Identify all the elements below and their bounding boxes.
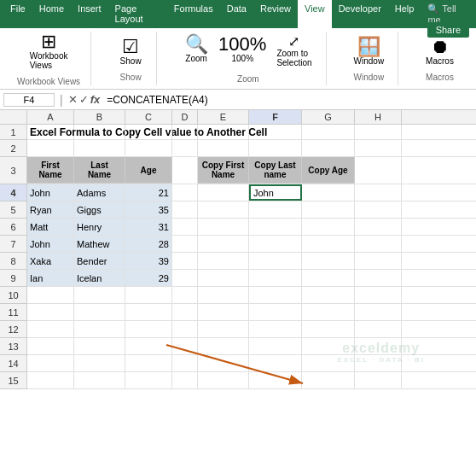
zoom-button[interactable]: 🔍 Zoom	[181, 33, 212, 69]
cell-c10[interactable]	[125, 287, 172, 303]
cell-b9[interactable]: Icelan	[74, 270, 125, 286]
tab-formulas[interactable]: Formulas	[167, 0, 220, 28]
cell-e4[interactable]	[198, 184, 249, 201]
tab-review[interactable]: Review	[253, 0, 298, 28]
tab-pagelayout[interactable]: Page Layout	[108, 0, 167, 28]
row-num-2[interactable]: 2	[0, 140, 26, 157]
col-header-f[interactable]: F	[249, 110, 302, 124]
cell-d5[interactable]	[172, 201, 198, 218]
cell-h9[interactable]	[355, 270, 402, 286]
cell-h2[interactable]	[355, 140, 402, 156]
cell-c4[interactable]: 21	[125, 184, 172, 201]
cell-g6[interactable]	[302, 219, 355, 235]
cell-reference-box[interactable]	[3, 93, 55, 107]
row-num-1[interactable]: 1	[0, 125, 26, 140]
tab-help[interactable]: Help	[388, 0, 421, 28]
cell-b7[interactable]: Mathew	[74, 236, 125, 252]
cell-e3-copy-header[interactable]: Copy First Name	[198, 157, 249, 184]
row-num-7[interactable]: 7	[0, 236, 26, 253]
cell-d4[interactable]	[172, 184, 198, 201]
row-num-6[interactable]: 6	[0, 219, 26, 236]
cell-f6[interactable]	[249, 219, 302, 235]
cell-g2[interactable]	[302, 140, 355, 156]
row-num-12[interactable]: 12	[0, 321, 26, 338]
insert-function-icon[interactable]: fx	[90, 93, 101, 106]
cell-b1[interactable]	[74, 125, 125, 139]
row-num-15[interactable]: 15	[0, 372, 26, 389]
cancel-formula-icon[interactable]: ✕	[68, 93, 78, 106]
cell-d10[interactable]	[172, 287, 198, 303]
window-button[interactable]: 🪟 Window	[351, 36, 388, 67]
cell-h10[interactable]	[355, 287, 402, 303]
cell-c3-header[interactable]: Age	[125, 157, 172, 184]
cell-g10[interactable]	[302, 287, 355, 303]
cell-f1[interactable]	[249, 125, 302, 139]
zoom-to-selection-button[interactable]: ⤢ Zoom toSelection	[273, 33, 315, 69]
cell-f10[interactable]	[249, 287, 302, 303]
cell-a7[interactable]: John	[27, 236, 74, 252]
cell-b4[interactable]: Adams	[74, 184, 125, 201]
cell-e6[interactable]	[198, 219, 249, 235]
cell-a6[interactable]: Matt	[27, 219, 74, 235]
cell-a4[interactable]: John	[27, 184, 74, 201]
macros-button[interactable]: ⏺ Macros	[422, 36, 457, 67]
tab-home[interactable]: Home	[32, 0, 71, 28]
cell-d8[interactable]	[172, 253, 198, 269]
cell-e8[interactable]	[198, 253, 249, 269]
col-header-g[interactable]: G	[302, 110, 355, 124]
cell-c9[interactable]: 29	[125, 270, 172, 286]
cell-d3[interactable]	[172, 157, 198, 184]
cell-a9[interactable]: Ian	[27, 270, 74, 286]
row-num-3[interactable]: 3	[0, 157, 26, 184]
col-header-h[interactable]: H	[355, 110, 402, 124]
row-num-10[interactable]: 10	[0, 287, 26, 304]
cell-d9[interactable]	[172, 270, 198, 286]
cell-a8[interactable]: Xaka	[27, 253, 74, 269]
tab-file[interactable]: File	[3, 0, 32, 28]
cell-h7[interactable]	[355, 236, 402, 252]
row-num-8[interactable]: 8	[0, 253, 26, 270]
row-num-9[interactable]: 9	[0, 270, 26, 287]
col-header-b[interactable]: B	[74, 110, 125, 124]
cell-g5[interactable]	[302, 201, 355, 218]
cell-e7[interactable]	[198, 236, 249, 252]
cell-g9[interactable]	[302, 270, 355, 286]
cell-f5[interactable]	[249, 201, 302, 218]
cell-d1[interactable]	[172, 125, 198, 139]
cell-c8[interactable]: 39	[125, 253, 172, 269]
row-num-5[interactable]: 5	[0, 201, 26, 219]
cell-d7[interactable]	[172, 236, 198, 252]
cell-h1[interactable]	[355, 125, 402, 139]
cell-c5[interactable]: 35	[125, 201, 172, 218]
show-button[interactable]: ☑ Show	[115, 36, 146, 67]
formula-input[interactable]	[103, 94, 473, 106]
cell-b6[interactable]: Henry	[74, 219, 125, 235]
confirm-formula-icon[interactable]: ✓	[79, 93, 89, 106]
cell-f7[interactable]	[249, 236, 302, 252]
cell-b5[interactable]: Giggs	[74, 201, 125, 218]
cell-f4-selected[interactable]: John	[249, 184, 302, 201]
col-header-d[interactable]: D	[172, 110, 198, 124]
col-header-a[interactable]: A	[27, 110, 74, 124]
cell-a3-header[interactable]: FirstName	[27, 157, 74, 184]
tab-data[interactable]: Data	[220, 0, 253, 28]
tab-developer[interactable]: Developer	[332, 0, 388, 28]
tab-insert[interactable]: Insert	[71, 0, 108, 28]
tab-view[interactable]: View	[298, 0, 332, 28]
cell-e9[interactable]	[198, 270, 249, 286]
row-num-4[interactable]: 4	[0, 184, 26, 201]
cell-h3[interactable]	[355, 157, 402, 184]
cell-g7[interactable]	[302, 236, 355, 252]
cell-c7[interactable]: 28	[125, 236, 172, 252]
cell-b3-header[interactable]: LastName	[74, 157, 125, 184]
cell-f9[interactable]	[249, 270, 302, 286]
cell-c2[interactable]	[125, 140, 172, 156]
col-header-c[interactable]: C	[125, 110, 172, 124]
cell-b2[interactable]	[74, 140, 125, 156]
cell-h8[interactable]	[355, 253, 402, 269]
cell-h5[interactable]	[355, 201, 402, 218]
cell-h6[interactable]	[355, 219, 402, 235]
col-header-e[interactable]: E	[198, 110, 249, 124]
cell-a5[interactable]: Ryan	[27, 201, 74, 218]
row-num-13[interactable]: 13	[0, 338, 26, 355]
